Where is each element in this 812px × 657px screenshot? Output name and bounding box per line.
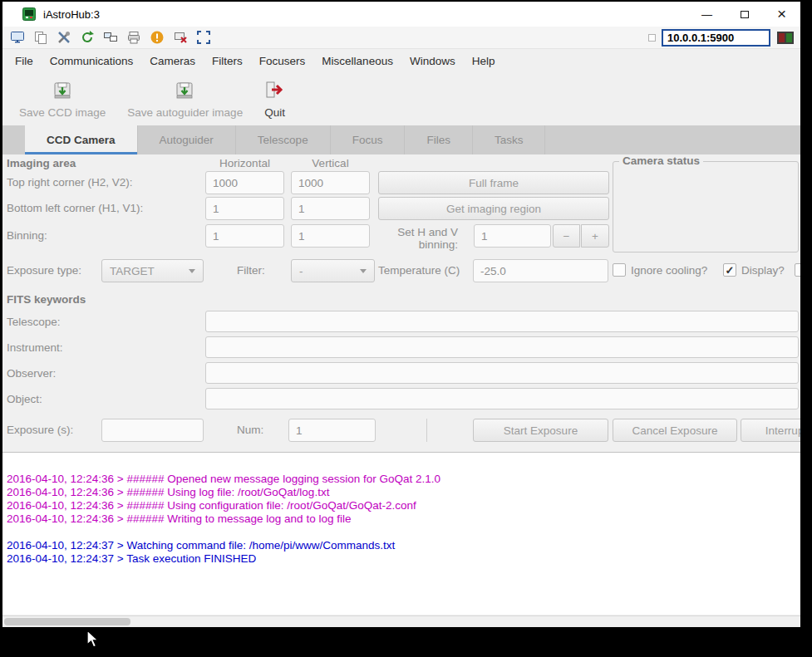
fits-telescope-label: Telescope: xyxy=(7,316,61,329)
fits-instrument-label: Instrument: xyxy=(7,341,63,355)
filter-dropdown[interactable]: - xyxy=(291,259,375,282)
app-toolbar: Save CCD image Save autoguider image Qui… xyxy=(2,72,800,125)
tab-telescope[interactable]: Telescope xyxy=(236,125,331,154)
menu-communications[interactable]: Communications xyxy=(42,49,142,72)
connection-status-icon xyxy=(776,29,794,47)
log-line: 2016-04-10, 12:24:36 > ###### Opened new… xyxy=(7,473,800,486)
fits-instrument-input[interactable] xyxy=(205,336,799,358)
display-label: Display? xyxy=(741,264,785,277)
scrollbar-thumb[interactable] xyxy=(4,618,130,625)
log-line xyxy=(7,526,800,539)
tab-ccd-camera[interactable]: CCD Camera xyxy=(25,125,138,154)
binning-increment-button[interactable]: + xyxy=(581,224,609,248)
menu-windows[interactable]: Windows xyxy=(401,49,464,72)
start-exposure-button[interactable]: Start Exposure xyxy=(473,419,608,442)
quit-label: Quit xyxy=(264,106,285,119)
binning-spin-input[interactable] xyxy=(474,224,551,248)
horizontal-column-header: Horizontal xyxy=(205,157,284,170)
save-icon xyxy=(175,80,195,104)
ccd-camera-panel: Imaging area Horizontal Vertical Camera … xyxy=(2,154,800,452)
fits-observer-input[interactable] xyxy=(205,362,799,384)
fullscreen-icon[interactable] xyxy=(194,29,212,47)
vnc-viewer-window: iAstroHub:3 — × xyxy=(2,2,800,627)
fits-object-input[interactable] xyxy=(205,388,799,409)
menu-cameras[interactable]: Cameras xyxy=(141,49,204,72)
exposure-type-dropdown[interactable]: TARGET xyxy=(101,259,204,282)
log-line: 2016-04-10, 12:24:37 > Task execution FI… xyxy=(7,552,800,566)
cancel-exposure-button[interactable]: Cancel Exposure xyxy=(613,419,737,442)
quit-icon xyxy=(264,80,285,104)
menu-focusers[interactable]: Focusers xyxy=(251,49,314,72)
display-checkbox[interactable]: ✓ xyxy=(723,263,736,277)
vnc-toolbar xyxy=(2,27,800,49)
set-binning-label: Set H and V binning: xyxy=(372,226,458,251)
chevron-down-icon xyxy=(189,269,195,273)
fits-object-label: Object: xyxy=(7,393,42,406)
tab-files[interactable]: Files xyxy=(405,125,473,154)
separator xyxy=(426,419,427,442)
vnc-address-input[interactable] xyxy=(662,29,770,47)
ignore-cooling-checkbox[interactable] xyxy=(613,263,626,277)
address-group xyxy=(648,29,800,47)
copy-icon[interactable] xyxy=(32,29,49,47)
goqat-application: File Communications Cameras Filters Focu… xyxy=(2,49,800,615)
maximize-button[interactable] xyxy=(726,2,763,27)
binning-decrement-button[interactable]: − xyxy=(553,224,580,248)
exposure-seconds-input[interactable] xyxy=(101,419,204,442)
full-frame-button[interactable]: Full frame xyxy=(378,171,609,194)
save-autoguider-image-label: Save autoguider image xyxy=(127,106,243,119)
log-line: 2016-04-10, 12:24:36 > ###### Writing to… xyxy=(7,512,800,526)
log-line: 2016-04-10, 12:24:37 > Watching command … xyxy=(7,539,800,552)
exposure-seconds-label: Exposure (s): xyxy=(7,424,73,437)
get-imaging-region-button[interactable]: Get imaging region xyxy=(378,197,609,220)
menubar: File Communications Cameras Filters Focu… xyxy=(2,49,800,72)
tab-tasks[interactable]: Tasks xyxy=(473,125,546,154)
log-line: 2016-04-10, 12:24:36 > ###### Using log … xyxy=(7,486,800,499)
top-right-corner-label: Top right corner (H2, V2): xyxy=(7,176,133,189)
menu-help[interactable]: Help xyxy=(464,49,504,72)
save-icon xyxy=(52,80,73,104)
exposure-type-value: TARGET xyxy=(110,265,155,277)
listen-mode-icon[interactable] xyxy=(101,29,119,47)
horizontal-scrollbar[interactable] xyxy=(2,615,800,627)
binning-h-input[interactable] xyxy=(205,224,284,248)
window-title: iAstroHub:3 xyxy=(43,8,100,21)
h2-input[interactable] xyxy=(205,171,284,194)
tab-focus[interactable]: Focus xyxy=(331,125,406,154)
binning-v-input[interactable] xyxy=(291,224,370,248)
menu-filters[interactable]: Filters xyxy=(204,49,251,72)
menu-file[interactable]: File xyxy=(7,49,42,72)
fits-telescope-input[interactable] xyxy=(205,311,799,332)
log-area[interactable]: 2016-04-10, 12:24:36 > ###### Opened new… xyxy=(2,452,800,615)
disconnect-icon[interactable] xyxy=(171,29,189,47)
v2-input[interactable] xyxy=(291,171,370,194)
new-connection-icon[interactable] xyxy=(8,29,26,47)
vertical-column-header: Vertical xyxy=(291,157,370,170)
filter-value: - xyxy=(299,265,303,277)
v1-input[interactable] xyxy=(291,197,370,220)
print-icon[interactable] xyxy=(125,29,142,47)
save-autoguider-image-button[interactable]: Save autoguider image xyxy=(121,76,249,122)
save-ccd-image-button[interactable]: Save CCD image xyxy=(12,76,112,122)
temperature-input[interactable] xyxy=(473,259,608,282)
quit-button[interactable]: Quit xyxy=(258,76,292,122)
mouse-cursor xyxy=(86,630,101,650)
tab-autoguider[interactable]: Autoguider xyxy=(138,125,236,154)
camera-status-title: Camera status xyxy=(619,154,703,167)
log-line: 2016-04-10, 12:24:36 > ###### Using conf… xyxy=(7,499,800,512)
minimize-button[interactable]: — xyxy=(688,2,726,27)
options-tools-icon[interactable] xyxy=(55,29,72,47)
h1-input[interactable] xyxy=(205,197,284,220)
exposure-type-label: Exposure type: xyxy=(7,264,81,277)
titlebar[interactable]: iAstroHub:3 — × xyxy=(2,2,800,27)
save-ccd-image-label: Save CCD image xyxy=(19,106,106,119)
refresh-icon[interactable] xyxy=(78,29,96,47)
cutoff-checkbox[interactable] xyxy=(795,263,800,277)
menu-miscellaneous[interactable]: Miscellaneous xyxy=(313,49,401,72)
interrupt-button[interactable]: Interrupt xyxy=(741,419,800,442)
tabbar: CCD Camera Autoguider Telescope Focus Fi… xyxy=(2,125,800,154)
close-button[interactable]: × xyxy=(763,2,800,27)
temperature-label: Temperature (C) xyxy=(378,264,460,277)
warning-icon[interactable] xyxy=(148,29,165,47)
num-input[interactable] xyxy=(288,419,376,442)
